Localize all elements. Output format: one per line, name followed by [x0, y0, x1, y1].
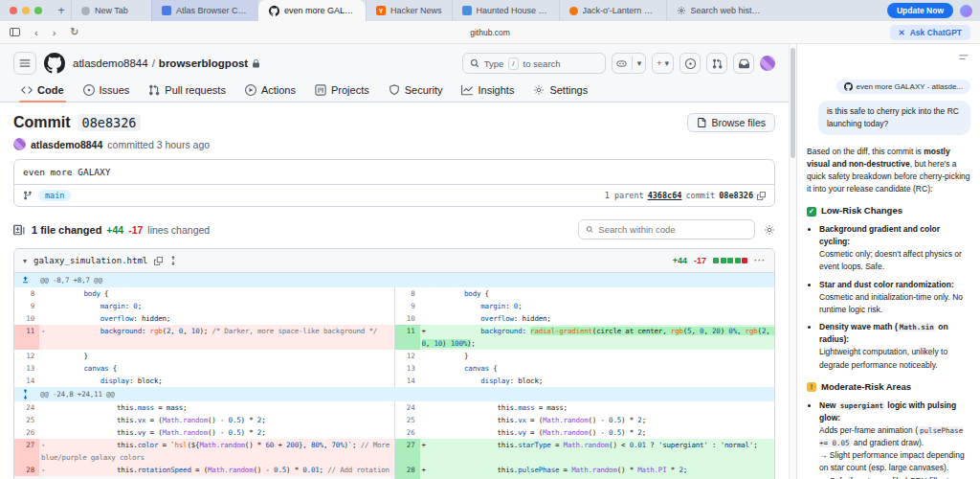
search-within-code-box[interactable]: [578, 219, 755, 240]
diff-code-line[interactable]: this.mass = mass;: [39, 401, 394, 414]
diff-code-line[interactable]: display: block;: [39, 375, 394, 387]
browser-tab-search-web-history[interactable]: Search web history: [666, 0, 773, 21]
forward-button[interactable]: ›: [53, 27, 56, 38]
repo-tab-security[interactable]: Security: [381, 79, 451, 102]
new-tab-button[interactable]: +: [52, 0, 71, 21]
diff-line-number: 24: [394, 401, 420, 414]
expand-hunk-button[interactable]: [17, 276, 33, 285]
file-options-kebab[interactable]: ···: [754, 256, 766, 265]
browse-files-button[interactable]: Browse files: [687, 113, 775, 132]
search-within-code-input[interactable]: [598, 224, 747, 235]
ask-chatgpt-button[interactable]: ✕ Ask ChatGPT: [890, 25, 970, 40]
github-scrollbar[interactable]: [789, 44, 796, 479]
reload-button[interactable]: ↻: [70, 26, 78, 38]
hunk-range-label: @@ -24,8 +24,11 @@: [40, 388, 115, 400]
browser-tab-atlas-browser-core-e[interactable]: Atlas Browser Core E: [151, 0, 258, 21]
diff-code-line[interactable]: this.vy = (Math.random() - 0.5) * 2;: [39, 426, 394, 439]
expand-all-icon[interactable]: [169, 256, 177, 265]
commit-author[interactable]: atlasdemo8844: [31, 139, 102, 150]
browser-tab-jack-o-lantern-stu[interactable]: Jack-o'-Lantern Stu: [559, 0, 666, 21]
diff-code-line[interactable]: this.vy = (Math.random() - 0.5) * 2;: [420, 426, 775, 439]
create-new-button[interactable]: + ▾: [652, 53, 674, 74]
assistant-bullet: Star and dust color randomization:Cosmet…: [819, 279, 970, 317]
copilot-caret[interactable]: ▾: [637, 58, 642, 68]
repo-tab-projects[interactable]: Projects: [307, 79, 377, 102]
github-search-box[interactable]: Type / to search: [462, 53, 606, 74]
expand-hunk-button[interactable]: [17, 389, 33, 399]
diff-code-line[interactable]: + background: radial-gradient(circle at …: [420, 325, 775, 350]
update-now-button[interactable]: Update Now: [887, 3, 953, 18]
parent-sha-link[interactable]: 4368c64: [648, 191, 682, 200]
repo-tab-issues[interactable]: Issues: [76, 79, 138, 102]
address-bar[interactable]: github.com: [0, 28, 980, 37]
branch-name-chip[interactable]: main: [38, 190, 71, 201]
diff-code-line[interactable]: body {: [420, 287, 775, 300]
diff-code-line[interactable]: canvas {: [39, 362, 394, 375]
repo-tab-actions[interactable]: Actions: [237, 79, 303, 102]
diff-code-line[interactable]: this.vx = (Math.random() - 0.5) * 2;: [39, 414, 394, 426]
github-user-avatar[interactable]: [760, 56, 775, 71]
diff-block-del: [742, 258, 747, 263]
diff-code-line[interactable]: canvas {: [420, 362, 775, 375]
copy-icon[interactable]: [757, 192, 766, 200]
diff-code-line[interactable]: - this.rotationSpeed = (Math.random() - …: [39, 464, 394, 476]
issues-global-button[interactable]: [679, 53, 701, 74]
browser-toolbar: github.com ‹ › ↻ ✕ Ask ChatGPT: [0, 21, 980, 44]
files-changed-label[interactable]: 1 file changed: [32, 224, 101, 236]
repo-tab-code[interactable]: Code: [13, 79, 72, 102]
github-logo[interactable]: [44, 53, 65, 74]
diff-code-line[interactable]: - this.color = `hsl(${Math.random() * 60…: [39, 439, 394, 464]
diff-code-line[interactable]: display: block;: [420, 375, 775, 387]
repo-tab-pull-requests[interactable]: Pull requests: [141, 79, 234, 102]
diff-settings-gear-icon[interactable]: [764, 224, 775, 236]
browser-tab-new-tab[interactable]: New Tab: [71, 0, 151, 21]
settings-icon: [533, 84, 545, 96]
browser-profile-avatar[interactable]: [960, 5, 972, 17]
zoom-window-button[interactable]: [34, 7, 42, 14]
sidebar-collapse-icon[interactable]: [958, 52, 969, 63]
browser-tab-hacker-news[interactable]: YHacker News: [366, 0, 452, 21]
diff-code-line[interactable]: - background: rgb(2, 0, 10); /* Darker, …: [39, 325, 394, 350]
diff-line-number: 25: [14, 414, 39, 426]
context-chip[interactable]: even more GALAXY - atlasde...: [836, 80, 970, 94]
pull-requests-global-button[interactable]: [706, 53, 727, 74]
close-window-button[interactable]: [10, 7, 17, 14]
avatar[interactable]: [13, 138, 26, 150]
file-icon: [697, 118, 706, 127]
diff-code-line[interactable]: overflow: hidden;: [39, 312, 394, 325]
close-icon[interactable]: ✕: [899, 28, 905, 37]
inbox-button[interactable]: [733, 53, 754, 74]
collapse-file-chevron[interactable]: ▾: [23, 257, 27, 265]
diff-code-line[interactable]: margin: 0;: [420, 300, 775, 312]
diff-code-line[interactable]: this.vx = (Math.random() - 0.5) * 2;: [420, 414, 775, 426]
diff-line-number: 28: [14, 464, 39, 476]
breadcrumb-owner[interactable]: atlasdemo8844: [73, 57, 148, 69]
repo-tab-settings[interactable]: Settings: [525, 79, 595, 102]
hamburger-menu-button[interactable]: [13, 52, 36, 75]
diff-line-number: 10: [394, 312, 420, 325]
diff-code-line[interactable]: overflow: hidden;: [420, 312, 775, 325]
back-button[interactable]: ‹: [34, 27, 38, 38]
tab-favicon-hacker-news: Y: [376, 6, 386, 15]
diff-code-line[interactable]: this.mass = mass;: [420, 401, 775, 414]
sidebar-toggle-icon[interactable]: [10, 28, 20, 36]
copy-path-icon[interactable]: [154, 257, 163, 265]
diff-code-line[interactable]: }: [420, 350, 775, 362]
browser-tab-haunted-house-plan[interactable]: Haunted House Plan: [452, 0, 559, 21]
copilot-button[interactable]: ▾: [612, 53, 647, 74]
repo-nav: CodeIssuesPull requestsActionsProjectsSe…: [13, 79, 783, 102]
file-name[interactable]: galaxy_simulation.html: [33, 256, 147, 265]
commit-sha-chip: 08e8326: [78, 114, 142, 131]
scrollbar-thumb[interactable]: [791, 48, 795, 158]
parent-label: 1 parent: [605, 191, 644, 200]
repo-tab-insights[interactable]: Insights: [454, 79, 522, 102]
repo-tab-label: Settings: [549, 84, 588, 96]
diff-code-line[interactable]: margin: 0;: [39, 300, 394, 312]
diff-code-line[interactable]: + this.starType = Math.random() < 0.01 ?…: [420, 439, 775, 464]
browser-tab-even-more-galaxy[interactable]: even more GALAXY: [258, 0, 366, 21]
diff-code-line[interactable]: }: [39, 350, 394, 362]
minimize-window-button[interactable]: [22, 7, 30, 14]
breadcrumb-repo[interactable]: browserblogpost: [159, 57, 248, 69]
diff-code-line[interactable]: body {: [39, 287, 394, 300]
diff-code-line[interactable]: + this.pulsePhase = Math.random() * Math…: [420, 464, 775, 476]
